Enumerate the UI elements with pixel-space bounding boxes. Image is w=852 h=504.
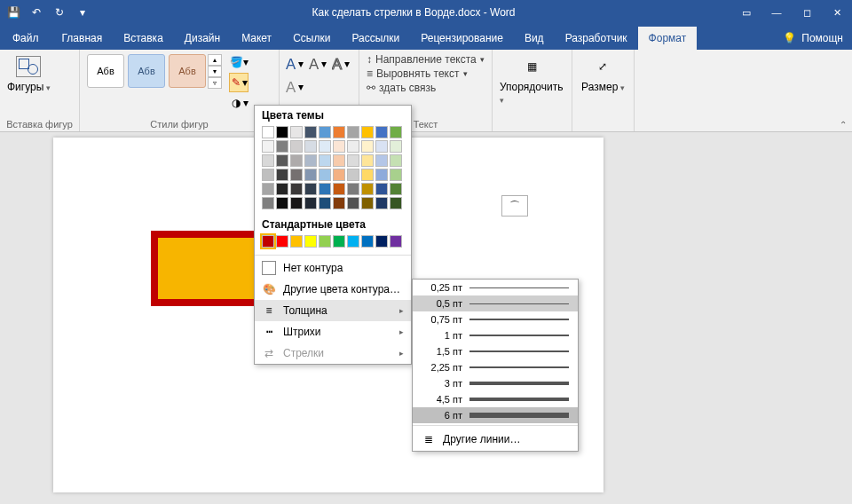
color-swatch[interactable]: [319, 126, 331, 138]
tab-design[interactable]: Дизайн: [174, 27, 231, 50]
color-swatch[interactable]: [276, 126, 288, 138]
shapes-button[interactable]: Фигуры: [5, 52, 52, 95]
color-swatch[interactable]: [375, 197, 388, 209]
tab-references[interactable]: Ссылки: [282, 27, 341, 50]
wordart-style[interactable]: A▾: [285, 54, 304, 74]
color-swatch[interactable]: [347, 235, 359, 248]
color-swatch[interactable]: [319, 169, 331, 181]
color-swatch[interactable]: [276, 169, 288, 181]
save-icon[interactable]: 💾: [5, 6, 21, 19]
undo-icon[interactable]: ↶: [28, 6, 44, 19]
color-swatch[interactable]: [276, 197, 288, 209]
color-swatch[interactable]: [262, 183, 274, 195]
color-swatch[interactable]: [304, 140, 317, 153]
color-swatch[interactable]: [276, 140, 288, 153]
color-swatch[interactable]: [333, 126, 345, 138]
align-text-button[interactable]: ≡Выровнять текст▾: [365, 67, 486, 81]
tab-format[interactable]: Формат: [638, 27, 698, 50]
color-swatch[interactable]: [319, 140, 331, 153]
color-swatch[interactable]: [262, 154, 274, 167]
color-swatch[interactable]: [347, 126, 359, 138]
color-swatch[interactable]: [375, 169, 388, 181]
color-swatch[interactable]: [304, 183, 317, 195]
color-swatch[interactable]: [333, 197, 345, 209]
qat-customize-icon[interactable]: ▾: [75, 6, 91, 19]
color-swatch[interactable]: [375, 126, 388, 138]
shape-fill-button[interactable]: 🪣▾: [229, 52, 248, 72]
tab-review[interactable]: Рецензирование: [410, 27, 514, 50]
collapse-ribbon-icon[interactable]: ⌃: [840, 120, 847, 130]
text-effects[interactable]: A▾: [285, 77, 304, 97]
color-swatch[interactable]: [304, 235, 317, 248]
color-swatch[interactable]: [333, 235, 345, 248]
color-swatch[interactable]: [390, 183, 402, 195]
tab-mailings[interactable]: Рассылки: [341, 27, 410, 50]
gallery-up-icon[interactable]: ▴: [208, 54, 222, 66]
color-swatch[interactable]: [361, 169, 374, 181]
weight-option[interactable]: 0,5 пт: [413, 295, 578, 311]
color-swatch[interactable]: [361, 154, 374, 167]
color-swatch[interactable]: [347, 183, 359, 195]
tab-view[interactable]: Вид: [514, 27, 555, 50]
style-chip[interactable]: Абв: [128, 54, 165, 88]
maximize-icon[interactable]: ◻: [792, 7, 822, 19]
tell-me[interactable]: 💡 Помощн: [774, 27, 852, 50]
dashes-submenu-item[interactable]: ┅Штрихи▸: [255, 321, 411, 343]
color-swatch[interactable]: [390, 126, 402, 138]
color-swatch[interactable]: [319, 197, 331, 209]
color-swatch[interactable]: [347, 197, 359, 209]
color-swatch[interactable]: [262, 197, 274, 209]
color-swatch[interactable]: [361, 197, 374, 209]
color-swatch[interactable]: [361, 183, 374, 195]
color-swatch[interactable]: [390, 235, 402, 248]
weight-option[interactable]: 6 пт: [413, 407, 578, 423]
weight-option[interactable]: 4,5 пт: [413, 391, 578, 407]
color-swatch[interactable]: [276, 183, 288, 195]
color-swatch[interactable]: [262, 126, 274, 138]
weight-submenu-item[interactable]: ≡Толщина▸: [255, 300, 411, 321]
style-chip[interactable]: Абв: [87, 54, 124, 88]
color-swatch[interactable]: [319, 154, 331, 167]
color-swatch[interactable]: [390, 197, 402, 209]
minimize-icon[interactable]: —: [761, 7, 792, 19]
color-swatch[interactable]: [276, 235, 288, 248]
more-lines-item[interactable]: ≣Другие линии…: [413, 428, 578, 451]
gallery-more-icon[interactable]: ▿: [208, 77, 222, 89]
color-swatch[interactable]: [304, 169, 317, 181]
color-swatch[interactable]: [290, 235, 303, 248]
weight-option[interactable]: 0,25 пт: [413, 280, 578, 295]
color-swatch[interactable]: [262, 235, 274, 248]
color-swatch[interactable]: [361, 235, 374, 248]
tab-insert[interactable]: Вставка: [113, 27, 174, 50]
color-swatch[interactable]: [262, 140, 274, 153]
size-button[interactable]: ⤢ Размер: [580, 52, 627, 95]
color-swatch[interactable]: [304, 154, 317, 167]
more-colors-item[interactable]: 🎨Другие цвета контура…: [255, 279, 411, 300]
color-swatch[interactable]: [290, 126, 303, 138]
color-swatch[interactable]: [290, 183, 303, 195]
color-swatch[interactable]: [333, 169, 345, 181]
text-direction-button[interactable]: ↕Направление текста▾: [365, 52, 486, 67]
gallery-down-icon[interactable]: ▾: [208, 66, 222, 77]
color-swatch[interactable]: [333, 140, 345, 153]
weight-option[interactable]: 0,75 пт: [413, 311, 578, 327]
color-swatch[interactable]: [290, 154, 303, 167]
color-swatch[interactable]: [390, 169, 402, 181]
color-swatch[interactable]: [347, 169, 359, 181]
color-swatch[interactable]: [290, 140, 303, 153]
weight-option[interactable]: 1 пт: [413, 327, 578, 343]
color-swatch[interactable]: [319, 235, 331, 248]
color-swatch[interactable]: [276, 154, 288, 167]
color-swatch[interactable]: [375, 235, 388, 248]
weight-option[interactable]: 1,5 пт: [413, 343, 578, 359]
close-icon[interactable]: ✕: [822, 7, 852, 19]
tab-file[interactable]: Файл: [0, 27, 51, 50]
color-swatch[interactable]: [262, 169, 274, 181]
arrange-button[interactable]: ▦ Упорядочить: [498, 52, 566, 107]
no-outline-item[interactable]: Нет контура: [255, 257, 411, 279]
layout-options-flyout[interactable]: ⌒: [501, 195, 528, 217]
redo-icon[interactable]: ↻: [51, 6, 67, 19]
color-swatch[interactable]: [361, 140, 374, 153]
ribbon-options-icon[interactable]: ▭: [731, 7, 761, 19]
color-swatch[interactable]: [304, 126, 317, 138]
